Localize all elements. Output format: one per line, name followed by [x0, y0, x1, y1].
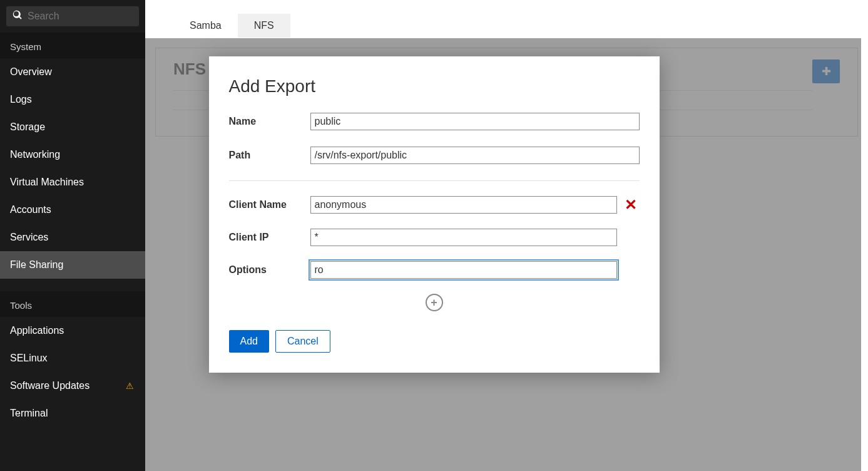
options-field[interactable]: [310, 261, 617, 279]
sidebar-item-selinux[interactable]: SELinux: [0, 344, 145, 372]
sidebar-item-label: Overview: [10, 66, 52, 78]
sidebar-item-accounts[interactable]: Accounts: [0, 196, 145, 224]
client-ip-field[interactable]: [310, 229, 617, 246]
cancel-button[interactable]: Cancel: [275, 330, 330, 353]
sidebar-item-services[interactable]: Services: [0, 224, 145, 251]
search-box[interactable]: [6, 6, 139, 26]
sidebar-item-label: Applications: [10, 325, 64, 336]
sidebar-item-label: Logs: [10, 94, 32, 105]
sidebar: System Overview Logs Storage Networking …: [0, 0, 145, 471]
sidebar-item-virtual-machines[interactable]: Virtual Machines: [0, 168, 145, 196]
sidebar-item-label: Networking: [10, 149, 60, 160]
sidebar-item-label: Storage: [10, 122, 45, 133]
sidebar-item-label: Software Updates: [10, 380, 89, 391]
client-ip-label: Client IP: [229, 232, 304, 243]
sidebar-item-terminal[interactable]: Terminal: [0, 400, 145, 427]
options-label: Options: [229, 264, 304, 276]
name-field[interactable]: [310, 113, 640, 130]
search-input[interactable]: [28, 11, 153, 22]
tab-samba[interactable]: Samba: [173, 14, 238, 38]
remove-client-button[interactable]: ✕: [623, 196, 638, 214]
name-label: Name: [229, 116, 304, 127]
client-name-label: Client Name: [229, 199, 304, 210]
search-icon: [13, 10, 23, 23]
tab-nfs[interactable]: NFS: [238, 14, 290, 38]
sidebar-item-storage[interactable]: Storage: [0, 113, 145, 141]
client-name-field[interactable]: [310, 196, 617, 214]
sidebar-item-file-sharing[interactable]: File Sharing: [0, 251, 145, 279]
sidebar-item-label: Terminal: [10, 408, 48, 419]
plus-icon: +: [431, 296, 437, 309]
sidebar-item-logs[interactable]: Logs: [0, 86, 145, 113]
sidebar-item-label: SELinux: [10, 353, 48, 364]
sidebar-item-label: Accounts: [10, 204, 51, 215]
sidebar-item-overview[interactable]: Overview: [0, 58, 145, 86]
sidebar-section-tools: Tools: [0, 291, 145, 317]
sidebar-item-label: Services: [10, 232, 48, 243]
sidebar-item-applications[interactable]: Applications: [0, 317, 145, 344]
sidebar-item-software-updates[interactable]: Software Updates ⚠: [0, 372, 145, 400]
modal-title: Add Export: [229, 76, 640, 96]
warning-icon: ⚠: [126, 381, 134, 391]
sidebar-item-label: Virtual Machines: [10, 177, 84, 188]
sidebar-item-label: File Sharing: [10, 259, 63, 271]
sidebar-item-networking[interactable]: Networking: [0, 141, 145, 168]
tabs: Samba NFS: [145, 0, 868, 38]
close-icon: ✕: [625, 196, 637, 213]
client-block: Client Name ✕ Client IP Options: [229, 196, 640, 279]
path-field[interactable]: [310, 147, 640, 164]
divider: [229, 180, 640, 181]
add-export-modal: Add Export Name Path Client Name ✕ Clien…: [209, 56, 660, 373]
sidebar-section-system: System: [0, 33, 145, 58]
add-button[interactable]: Add: [229, 330, 269, 353]
path-label: Path: [229, 150, 304, 161]
search-wrap: [0, 0, 145, 33]
add-client-button[interactable]: +: [426, 294, 443, 311]
modal-footer: Add Cancel: [229, 330, 640, 353]
